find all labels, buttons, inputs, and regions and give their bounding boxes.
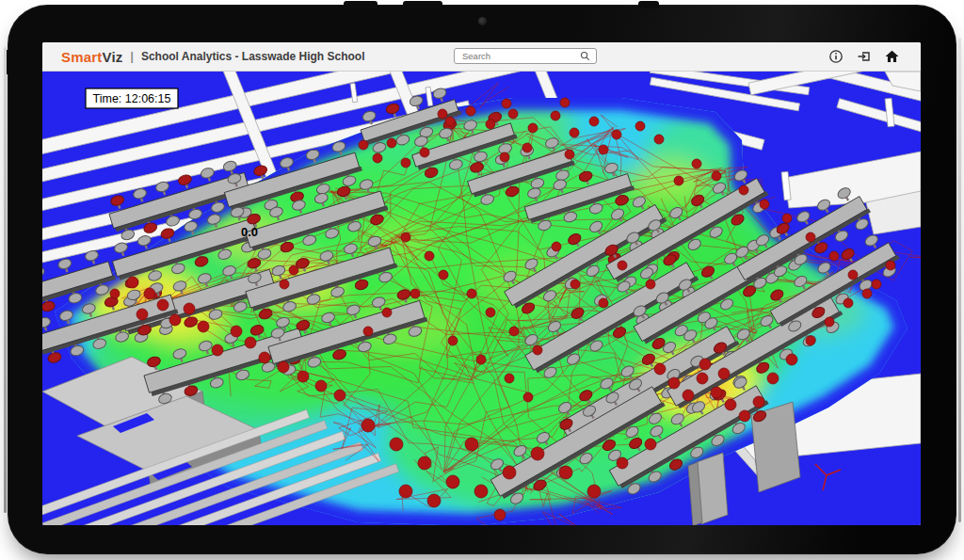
agent-dot (280, 280, 289, 289)
agent-dot (565, 150, 574, 159)
sign-in-button[interactable] (856, 49, 872, 65)
agent-dot (448, 336, 458, 345)
page-title: School Analytics - Lasswade High School (141, 50, 365, 63)
agent-dot (618, 261, 627, 270)
agent-dot (654, 135, 664, 144)
agent-dot (848, 270, 858, 280)
header-actions (827, 42, 900, 71)
agent-dot (503, 466, 516, 479)
search-input[interactable] (460, 50, 580, 62)
page: SmartViz | School Analytics - Lasswade H… (0, 0, 964, 560)
agent-dot (278, 361, 289, 373)
agent-dot (420, 148, 429, 157)
agent-dot (560, 98, 570, 107)
agent-dot (144, 288, 155, 299)
agent-dot (739, 185, 748, 195)
sign-in-icon (857, 49, 872, 64)
simulation-viewport[interactable]: Time: 12:06:150.0 (42, 72, 921, 525)
agent-dot (467, 289, 476, 298)
agent-dot (725, 399, 736, 410)
agent-dot (297, 371, 309, 382)
agent-dot (886, 261, 895, 270)
agent-dot (184, 303, 195, 314)
agent-dot (559, 466, 572, 479)
agent-dot (231, 326, 242, 337)
agent-dot (692, 159, 701, 168)
agent-dot (476, 355, 486, 364)
agent-dot (646, 280, 655, 289)
agent-dot (760, 200, 769, 209)
app-window: SmartViz | School Analytics - Lasswade H… (42, 42, 921, 525)
agent-dot (531, 447, 544, 460)
agent-dot (439, 270, 448, 280)
agent-dot (739, 410, 750, 422)
time-overlay-text: Time: 12:06:15 (93, 92, 171, 105)
agent-dot (427, 494, 441, 507)
agent-dot (137, 309, 148, 320)
agent-dot (551, 111, 560, 120)
logo-viz: Viz (103, 49, 123, 65)
search-icon (580, 51, 590, 61)
agent-dot (446, 475, 459, 488)
agent-dot (401, 158, 410, 168)
title-separator: | (131, 50, 134, 63)
agent-dot (399, 485, 412, 498)
home-icon (884, 49, 900, 64)
agent-dot (645, 439, 656, 450)
tablet-frame: SmartViz | School Analytics - Lasswade H… (8, 5, 956, 554)
agent-dot (315, 380, 327, 392)
agent-dot (786, 354, 797, 365)
webcam (478, 17, 487, 25)
agent-dot (410, 289, 420, 298)
agent-dot (373, 153, 382, 163)
agent-dot (334, 390, 345, 401)
agent-dot (806, 232, 815, 242)
agent-dot (683, 390, 694, 401)
agent-dot (401, 232, 410, 242)
search-box[interactable] (454, 48, 597, 64)
top-button (638, 1, 659, 8)
agent-dot (718, 368, 730, 379)
agent-dot (587, 485, 601, 498)
agent-dot (362, 419, 375, 432)
logo-smart: Smart (61, 49, 103, 65)
agent-dot (466, 106, 475, 116)
agent-dot (617, 457, 628, 469)
agent-dot (844, 298, 853, 308)
agent-dot (494, 509, 506, 520)
info-button[interactable] (827, 49, 844, 65)
agent-dot (505, 374, 514, 383)
agent-dot (552, 242, 561, 251)
agent-dot (829, 251, 839, 261)
agent-dot (508, 109, 518, 119)
agent-dot (712, 171, 721, 181)
agent-dot (445, 117, 455, 126)
agent-dot (697, 373, 708, 384)
agent-dot (528, 123, 538, 133)
home-button[interactable] (884, 49, 900, 65)
agent-dot (425, 251, 434, 261)
info-icon (828, 49, 844, 64)
agent-dot (654, 363, 666, 375)
agent-dot (862, 289, 872, 298)
agent-dot (169, 314, 181, 326)
agent-dot (259, 352, 270, 363)
agent-dot (699, 359, 711, 370)
agent-dot (570, 280, 580, 289)
agent-dot (198, 321, 209, 332)
agent-dot (612, 130, 621, 139)
agent-dot (289, 265, 298, 275)
agent-dot (363, 327, 373, 336)
agent-dot (570, 128, 579, 137)
agent-dot (767, 373, 779, 384)
agent-dot (438, 109, 447, 119)
agent-dot (599, 145, 608, 154)
agent-dot (390, 438, 403, 451)
agent-dot (245, 337, 256, 348)
agent-dot (753, 396, 764, 408)
agent-dot (157, 299, 169, 311)
app-logo: SmartViz (61, 49, 123, 65)
agent-dot (509, 327, 519, 336)
agent-dot (465, 438, 478, 451)
agent-dot (533, 345, 542, 355)
